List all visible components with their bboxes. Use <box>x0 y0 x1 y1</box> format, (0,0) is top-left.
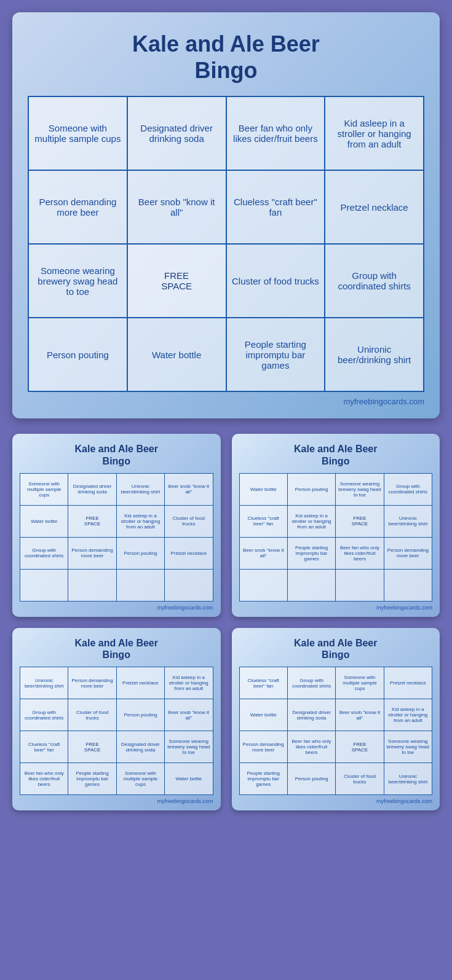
small-bingo-cell[interactable]: Cluster of food trucks <box>336 763 384 795</box>
bingo-cell[interactable]: Designated driver drinking soda <box>127 96 226 170</box>
small-bingo-cell[interactable]: Person pouting <box>116 537 164 569</box>
small-bingo-table-3: Unironic beer/drinking shirtPerson deman… <box>20 667 213 795</box>
small-bingo-cell[interactable]: FREE SPACE <box>336 731 384 763</box>
small-card-3-footer: myfreebingocards.com <box>20 798 213 804</box>
small-bingo-cell[interactable]: People starting impromptu bar games <box>239 763 287 795</box>
small-bingo-cell[interactable]: FREE SPACE <box>68 505 116 537</box>
bingo-cell[interactable]: FREE SPACE <box>127 244 226 318</box>
small-bingo-cell[interactable]: Kid asleep in a stroller or hanging from… <box>165 667 213 699</box>
bingo-cell[interactable]: People starting impromptu bar games <box>226 318 325 391</box>
small-bingo-cell[interactable]: Group with coordinated shirts <box>287 667 335 699</box>
small-card-2-title: Kale and Ale BeerBingo <box>239 443 433 466</box>
bottom-cards-grid: Kale and Ale BeerBingo Someone with mult… <box>12 434 440 810</box>
small-bingo-cell[interactable]: Water bottle <box>20 505 68 537</box>
bingo-cell[interactable]: Someone wearing brewery swag head to toe <box>28 244 127 318</box>
small-bingo-cell[interactable]: Unironic beer/drinking shirt <box>20 667 68 699</box>
small-bingo-cell[interactable]: Water bottle <box>239 699 287 731</box>
main-bingo-table: Someone with multiple sample cupsDesigna… <box>28 96 424 392</box>
small-card-2-footer: myfreebingocards.com <box>239 605 433 611</box>
small-bingo-cell[interactable]: Person pouting <box>116 699 164 731</box>
small-bingo-cell[interactable]: Beer snob "know it all" <box>239 537 287 569</box>
small-bingo-cell[interactable]: Kid asleep in a stroller or hanging from… <box>384 699 432 731</box>
small-bingo-cell[interactable]: Person pouting <box>287 763 335 795</box>
small-bingo-cell[interactable]: Beer snob "know it all" <box>165 473 213 505</box>
small-bingo-cell[interactable]: Designated driver drinking soda <box>116 731 164 763</box>
small-bingo-cell[interactable]: Water bottle <box>165 763 213 795</box>
bingo-cell[interactable]: Person pouting <box>28 318 127 391</box>
small-bingo-cell[interactable]: Group with coordinated shirts <box>20 699 68 731</box>
small-bingo-cell[interactable]: Cluster of food trucks <box>68 699 116 731</box>
small-bingo-cell[interactable]: Someone wearing brewery swag head to toe <box>384 731 432 763</box>
small-card-1: Kale and Ale BeerBingo Someone with mult… <box>12 434 221 616</box>
small-bingo-cell[interactable]: Unironic beer/drinking shirt <box>384 505 432 537</box>
small-bingo-cell[interactable]: Group with coordinated shirts <box>384 473 432 505</box>
bingo-cell[interactable]: Cluster of food trucks <box>226 244 325 318</box>
small-bingo-cell[interactable] <box>68 569 116 601</box>
small-bingo-cell[interactable]: Water bottle <box>239 473 287 505</box>
small-bingo-cell[interactable]: People starting impromptu bar games <box>287 537 335 569</box>
small-card-4-title: Kale and Ale BeerBingo <box>239 637 433 661</box>
small-bingo-cell[interactable]: FREE SPACE <box>336 505 384 537</box>
small-bingo-cell[interactable] <box>384 569 432 601</box>
small-card-3-title: Kale and Ale BeerBingo <box>20 637 213 661</box>
bingo-cell[interactable]: Person demanding more beer <box>28 170 127 244</box>
small-card-2: Kale and Ale BeerBingo Water bottlePerso… <box>232 434 440 616</box>
small-bingo-cell[interactable]: Unironic beer/drinking shirt <box>116 473 164 505</box>
small-bingo-cell[interactable]: Someone with multiple sample cups <box>336 667 384 699</box>
small-bingo-cell[interactable]: Clueless "craft beer" fan <box>239 667 287 699</box>
small-bingo-cell[interactable]: Someone with multiple sample cups <box>116 763 164 795</box>
bingo-cell[interactable]: Beer snob "know it all" <box>127 170 226 244</box>
small-bingo-cell[interactable] <box>336 569 384 601</box>
small-card-1-title: Kale and Ale BeerBingo <box>20 443 213 466</box>
small-bingo-cell[interactable]: Person demanding more beer <box>68 537 116 569</box>
small-bingo-cell[interactable]: Beer fan who only likes cider/fruit beer… <box>20 763 68 795</box>
small-bingo-cell[interactable]: Person demanding more beer <box>239 731 287 763</box>
small-card-4: Kale and Ale BeerBingo Clueless "craft b… <box>232 628 440 810</box>
small-bingo-table-1: Someone with multiple sample cupsDesigna… <box>20 473 213 602</box>
small-bingo-cell[interactable]: People starting impromptu bar games <box>68 763 116 795</box>
bingo-cell[interactable]: Someone with multiple sample cups <box>28 96 127 170</box>
small-bingo-cell[interactable]: Kid asleep in a stroller or hanging from… <box>287 505 335 537</box>
small-bingo-cell[interactable]: Beer fan who only likes cider/fruit beer… <box>336 537 384 569</box>
main-card-footer: myfreebingocards.com <box>28 397 424 406</box>
small-bingo-cell[interactable]: Person pouting <box>287 473 335 505</box>
small-bingo-cell[interactable] <box>287 569 335 601</box>
bingo-cell[interactable]: Water bottle <box>127 318 226 391</box>
small-bingo-cell[interactable]: Pretzel necklace <box>384 667 432 699</box>
small-bingo-cell[interactable]: Pretzel necklace <box>165 537 213 569</box>
small-bingo-cell[interactable]: Clueless "craft beer" fan <box>20 731 68 763</box>
small-bingo-cell[interactable]: Someone wearing brewery swag head to toe <box>165 731 213 763</box>
bingo-cell[interactable]: Pretzel necklace <box>325 170 424 244</box>
small-bingo-cell[interactable]: Beer fan who only likes cider/fruit beer… <box>287 731 335 763</box>
small-bingo-cell[interactable]: Person demanding more beer <box>384 537 432 569</box>
small-bingo-cell[interactable]: FREE SPACE <box>68 731 116 763</box>
small-bingo-cell[interactable]: Someone wearing brewery swag head to toe <box>336 473 384 505</box>
small-bingo-cell[interactable]: Beer snob "know it all" <box>336 699 384 731</box>
small-bingo-cell[interactable]: Person demanding more beer <box>68 667 116 699</box>
small-bingo-cell[interactable] <box>239 569 287 601</box>
bingo-cell[interactable]: Clueless "craft beer" fan <box>226 170 325 244</box>
small-bingo-cell[interactable]: Kid asleep in a stroller or hanging from… <box>116 505 164 537</box>
bingo-cell[interactable]: Group with coordinated shirts <box>325 244 424 318</box>
small-bingo-cell[interactable]: Cluster of food trucks <box>165 505 213 537</box>
bingo-cell[interactable]: Unironic beer/drinking shirt <box>325 318 424 391</box>
small-bingo-cell[interactable] <box>116 569 164 601</box>
small-bingo-cell[interactable]: Designated driver drinking soda <box>68 473 116 505</box>
small-bingo-cell[interactable]: Group with coordinated shirts <box>20 537 68 569</box>
small-bingo-cell[interactable] <box>20 569 68 601</box>
small-bingo-cell[interactable]: Someone with multiple sample cups <box>20 473 68 505</box>
main-bingo-card: Kale and Ale BeerBingo Someone with mult… <box>12 12 440 418</box>
small-bingo-cell[interactable] <box>165 569 213 601</box>
small-bingo-cell[interactable]: Designated driver drinking soda <box>287 699 335 731</box>
small-card-1-footer: myfreebingocards.com <box>20 605 213 611</box>
main-card-title: Kale and Ale BeerBingo <box>28 31 424 84</box>
small-card-3: Kale and Ale BeerBingo Unironic beer/dri… <box>12 628 221 810</box>
small-bingo-cell[interactable]: Pretzel necklace <box>116 667 164 699</box>
small-bingo-cell[interactable]: Clueless "craft beer" fan <box>239 505 287 537</box>
small-bingo-cell[interactable]: Unironic beer/drinking shirt <box>384 763 432 795</box>
small-bingo-cell[interactable]: Beer snob "know it all" <box>165 699 213 731</box>
bingo-cell[interactable]: Kid asleep in a stroller or hanging from… <box>325 96 424 170</box>
small-card-4-footer: myfreebingocards.com <box>239 798 433 804</box>
bingo-cell[interactable]: Beer fan who only likes cider/fruit beer… <box>226 96 325 170</box>
small-bingo-table-2: Water bottlePerson poutingSomeone wearin… <box>239 473 433 602</box>
